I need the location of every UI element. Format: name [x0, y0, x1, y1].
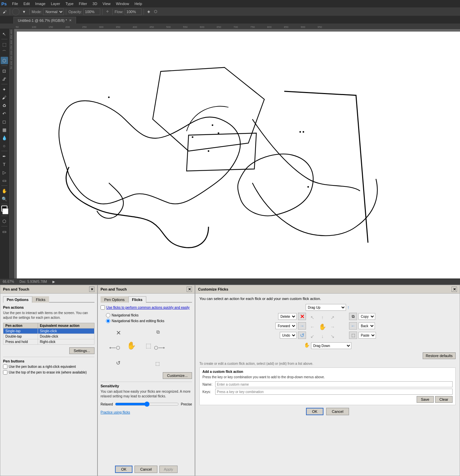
menu-file[interactable]: File	[9, 1, 21, 6]
pen-tool[interactable]: ✒	[1, 153, 8, 160]
canvas[interactable]	[17, 32, 460, 278]
dialog2-cancel-btn[interactable]: Cancel	[135, 466, 157, 473]
hand-tool[interactable]: ✋	[1, 187, 8, 194]
drag-up-select[interactable]: Drag Up	[306, 304, 346, 311]
marquee-tool[interactable]: ⬚	[1, 41, 8, 48]
dialog1-btn-row: OK Cancel Apply	[3, 466, 97, 473]
dialog2-tab-flicks[interactable]: Flicks	[128, 296, 146, 303]
flick-icon-topright: ⧉	[156, 329, 160, 335]
dialog2-apply-btn[interactable]: Apply	[159, 466, 178, 473]
sensitivity-slider[interactable]	[115, 401, 179, 407]
menu-filter[interactable]: Filter	[76, 1, 90, 6]
back-select[interactable]: Back	[358, 322, 375, 329]
clear-button[interactable]: Clear	[435, 396, 453, 403]
checkbox-erase[interactable]	[3, 370, 7, 375]
eraser-tool[interactable]: ◻	[1, 118, 8, 125]
dialog3-cancel-btn[interactable]: Cancel	[326, 408, 349, 415]
quick-mask-tool[interactable]: ⬡	[1, 217, 8, 225]
dialog1-section-title: Pen actions	[3, 305, 94, 309]
nav-edit-flicks-radio[interactable]	[106, 319, 110, 323]
screen-mode-tool[interactable]: ▭	[1, 228, 8, 235]
delete-select[interactable]: Delete	[278, 313, 297, 320]
use-flicks-checkbox[interactable]	[101, 305, 105, 310]
menu-help[interactable]: Help	[132, 1, 145, 6]
brush-preset-btn[interactable]	[12, 8, 20, 15]
copy-select[interactable]: Copy	[358, 313, 375, 320]
eyedropper-tool[interactable]: 🖇	[1, 75, 8, 83]
drag-up-icon[interactable]: ↑	[347, 304, 350, 311]
table-row[interactable]: Single-tap Single-click	[3, 329, 94, 334]
nav-flicks-row: Navigational flicks	[106, 313, 192, 317]
menu-image[interactable]: Image	[33, 1, 48, 6]
shape-tool[interactable]: ▭	[1, 177, 8, 184]
dialog2-close[interactable]: ✕	[187, 287, 192, 292]
brush-size-btn[interactable]: ▼	[21, 9, 27, 14]
dialog2-header[interactable]: Pen and Touch ✕	[98, 285, 195, 294]
name-input[interactable]	[215, 381, 453, 387]
tab-close-icon[interactable]: ✕	[69, 18, 72, 22]
dodge-tool[interactable]: ○	[1, 142, 8, 149]
crop-tool[interactable]: ⊡	[1, 67, 8, 75]
status-arrow[interactable]: ▶	[52, 280, 55, 284]
dialog3-close[interactable]: ✕	[452, 287, 457, 292]
brush-tool[interactable]: 🖌	[1, 94, 8, 101]
pen-pressure2-btn[interactable]: ⬡	[153, 9, 159, 14]
dialog3-body: You can select an action for each flick …	[195, 294, 460, 476]
menu-window[interactable]: Window	[113, 1, 132, 6]
dialog1-tab-pen-options[interactable]: Pen Options	[3, 296, 32, 303]
gradient-tool[interactable]: ▦	[1, 126, 8, 133]
menu-edit[interactable]: Edit	[21, 1, 33, 6]
spot-heal-tool[interactable]: ✦	[1, 86, 8, 93]
type-tool[interactable]: T	[1, 161, 8, 168]
table-row[interactable]: Double-tap Double-click	[3, 334, 94, 339]
restore-defaults-btn[interactable]: Restore defaults	[423, 352, 456, 359]
lasso-tool[interactable]: ⌒	[1, 49, 8, 56]
dialog3-ok-btn[interactable]: OK	[306, 408, 323, 415]
settings-button[interactable]: Settings...	[69, 347, 94, 354]
path-select-tool[interactable]: ▷	[1, 169, 8, 176]
pen-pressure-btn[interactable]: ◈	[146, 9, 151, 14]
blur-tool[interactable]: 💧	[1, 134, 8, 141]
customize-button[interactable]: Customize...	[163, 372, 192, 379]
dialog1-tab-flicks[interactable]: Flicks	[32, 296, 49, 303]
drag-down-select[interactable]: Drag Down	[311, 342, 351, 349]
lt-sep-5	[1, 185, 7, 186]
dialog3-header[interactable]: Customize Flicks ✕	[195, 285, 460, 294]
paste-icon-btn[interactable]: ⬚	[349, 332, 357, 339]
paste-select[interactable]: Paste	[358, 332, 376, 339]
menu-view[interactable]: View	[100, 1, 113, 6]
menu-3d[interactable]: 3D	[90, 1, 100, 6]
dialog1-close[interactable]: ✕	[89, 287, 94, 292]
airbrush-btn[interactable]: ✧	[105, 9, 110, 14]
copy-icon-btn[interactable]: ⧉	[349, 313, 357, 320]
history-brush-tool[interactable]: ↶	[1, 110, 8, 117]
clone-tool[interactable]: ♻	[1, 102, 8, 109]
forward-icon-btn[interactable]: →	[298, 322, 306, 330]
mode-select[interactable]: Normal	[43, 8, 64, 15]
menu-layer[interactable]: Layer	[48, 1, 63, 6]
quick-select-tool[interactable]: ⬡	[1, 57, 8, 64]
brush-tool-btn[interactable]: 🖌	[1, 9, 8, 14]
background-color[interactable]	[2, 208, 8, 214]
delete-icon-btn[interactable]: ✕	[298, 313, 306, 320]
canvas-tab[interactable]: Untitled-1 @ 66.7% (RGB/8) * ✕	[13, 17, 76, 24]
nav-flicks-radio[interactable]	[106, 313, 110, 317]
flow-input[interactable]	[125, 8, 142, 15]
keys-input[interactable]	[215, 389, 453, 395]
undo-select[interactable]: Undo	[280, 332, 297, 339]
zoom-tool[interactable]: 🔍	[1, 195, 8, 203]
checkbox-right-click[interactable]	[3, 364, 7, 369]
undo-icon-btn[interactable]: ↺	[298, 332, 306, 339]
dialog2-ok-btn[interactable]: OK	[115, 466, 132, 473]
forward-select[interactable]: Forward	[275, 322, 297, 329]
dialog2-btn-row: OK Cancel Apply	[101, 466, 192, 473]
save-button[interactable]: Save	[417, 396, 434, 403]
practice-link[interactable]: Practice using flicks	[101, 410, 130, 414]
opacity-input[interactable]	[83, 8, 100, 15]
table-row[interactable]: Press and hold Right-click	[3, 339, 94, 345]
menu-type[interactable]: Type	[63, 1, 76, 6]
dialog2-tab-pen-options[interactable]: Pen Options	[101, 296, 128, 303]
move-tool[interactable]: ↖	[1, 30, 8, 38]
back-icon-btn[interactable]: ←	[349, 322, 357, 330]
dialog1-header[interactable]: Pen and Touch ✕	[0, 285, 97, 294]
